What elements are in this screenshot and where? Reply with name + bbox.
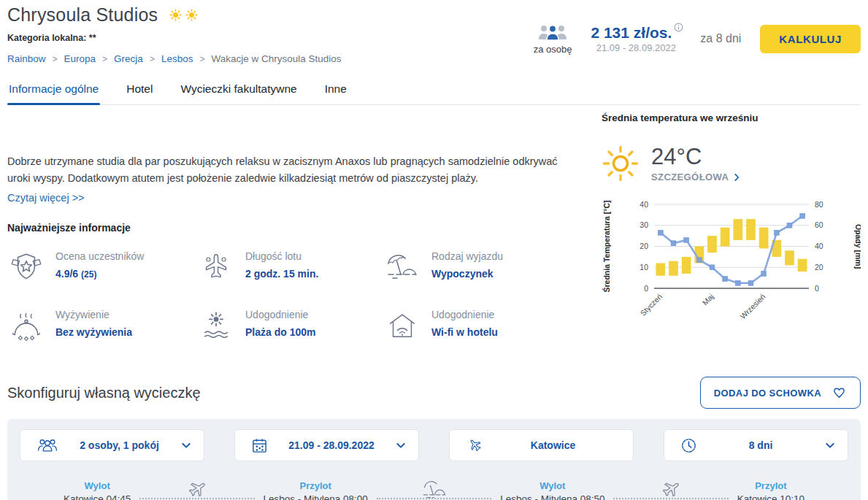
- highlight-value: 2 godz. 15 min.: [245, 268, 318, 280]
- itinerary-leg-return-arrival: Przylot Katowice 10:10: [737, 480, 804, 500]
- left-column: Dobrze utrzymane studia dla par poszukuj…: [7, 105, 591, 345]
- highlight-value: Plaża do 100m: [245, 326, 316, 338]
- highlight-label: Udogodnienie: [245, 309, 316, 320]
- highlight-value: Wi-fi w hotelu: [431, 326, 498, 338]
- tab-wycieczki-fakultatywne[interactable]: Wycieczki fakultatywne: [179, 76, 298, 104]
- date-selector[interactable]: 21.09 - 28.09.2022: [234, 429, 419, 461]
- svg-text:Maj: Maj: [700, 292, 715, 307]
- weather-heading: Średnia temperatura we wrześniu: [602, 112, 861, 123]
- svg-text:40: 40: [640, 200, 648, 209]
- flight-itinerary: Wylot Katowice 04:45 Przylot Lesbos - Mi…: [20, 480, 848, 500]
- highlight-value: Wypoczynek: [431, 268, 503, 280]
- tab-inne[interactable]: Inne: [323, 76, 348, 104]
- svg-text:Opady [mm]: Opady [mm]: [854, 224, 861, 269]
- people-icon: [537, 23, 568, 42]
- weather-column: Średnia temperatura we wrześniu 24°C SZC…: [602, 105, 861, 345]
- highlight-label: Udogodnienie: [431, 309, 498, 320]
- sun-icon: [602, 145, 640, 182]
- selector-row: 2 osoby, 1 pokój 21.09 - 28.09.2022: [20, 429, 848, 461]
- page: Chrysoula Studios Kategoria lokalna: ** …: [0, 0, 868, 500]
- flight-plane-icon: [656, 476, 686, 500]
- average-temperature: 24°C: [651, 144, 742, 170]
- highlight-label: Rodzaj wyjazdu: [431, 250, 503, 262]
- departure-airport-selector[interactable]: Katowice: [449, 429, 634, 461]
- clock-icon: [680, 437, 697, 454]
- itinerary-connector: [613, 480, 728, 500]
- price-cluster: za osobę 2 131 zł/os. 21.09 - 28.09.2022…: [534, 13, 861, 64]
- highlight-value: Bez wyżywienia: [55, 326, 132, 338]
- calendar-icon: [251, 437, 268, 454]
- breadcrumb-rainbow[interactable]: Rainbow: [7, 53, 46, 64]
- breadcrumb-separator: >: [102, 54, 107, 64]
- price-block: 2 131 zł/os. 21.09 - 28.09.2022: [591, 24, 681, 53]
- breadcrumb-grecja[interactable]: Grecja: [114, 53, 143, 64]
- temperature-chart: 010203040020406080StyczeńMajWrzesieńŚred…: [602, 194, 861, 330]
- tab-informacje-ogolne[interactable]: Informacje ogólne: [7, 76, 100, 104]
- house-wifi-icon: [383, 307, 421, 345]
- breadcrumb-lesbos[interactable]: Lesbos: [161, 53, 193, 64]
- trip-duration-label: za 8 dni: [700, 32, 741, 45]
- duration-selector[interactable]: 8 dni: [664, 429, 848, 461]
- main-content: Dobrze utrzymane studia dla par poszukuj…: [7, 105, 861, 345]
- occupancy-selector[interactable]: 2 osoby, 1 pokój: [20, 429, 204, 461]
- calculate-button[interactable]: KALKULUJ: [760, 25, 861, 53]
- price-value: 2 131 zł/os.: [591, 24, 681, 42]
- svg-text:Wrzesień: Wrzesień: [738, 292, 767, 320]
- svg-text:Styczeń: Styczeń: [638, 292, 664, 318]
- hotel-description: Dobrze utrzymane studia dla par poszukuj…: [7, 153, 562, 187]
- sun-waves-icon: [197, 307, 235, 345]
- header: Chrysoula Studios Kategoria lokalna: ** …: [7, 0, 861, 64]
- info-icon[interactable]: [674, 23, 683, 32]
- climate-chart: 010203040020406080StyczeńMajWrzesieńŚred…: [602, 194, 861, 333]
- beach-umbrella-icon: [383, 248, 421, 286]
- tab-hotel[interactable]: Hotel: [125, 76, 154, 104]
- heart-icon: [831, 385, 847, 400]
- breadcrumb-europa[interactable]: Europa: [64, 53, 96, 64]
- local-category: Kategoria lokalna: **: [7, 33, 342, 43]
- beach-stay-icon: [419, 476, 450, 500]
- add-to-clipboard-button[interactable]: DODAJ DO SCHOWKA: [700, 377, 861, 409]
- breadcrumb-separator: >: [199, 54, 204, 64]
- breadcrumb-separator: >: [150, 54, 155, 64]
- itinerary-connector: [377, 480, 491, 500]
- breadcrumb: Rainbow> Europa> Grecja> Lesbos> Wakacje…: [7, 53, 342, 64]
- highlight-board: Wyżywienie Bez wyżywienia: [7, 307, 197, 345]
- svg-text:20: 20: [640, 242, 648, 250]
- header-left: Chrysoula Studios Kategoria lokalna: ** …: [7, 4, 342, 64]
- highlight-trip-type: Rodzaj wyjazdu Wypoczynek: [383, 248, 591, 286]
- breadcrumb-current: Wakacje w Chrysoula Studios: [211, 53, 341, 64]
- read-more-link[interactable]: Czytaj więcej >>: [7, 192, 85, 204]
- weather-current: 24°C SZCZEGÓŁOWA: [602, 144, 861, 182]
- people-group-icon: [37, 437, 58, 453]
- chevron-down-icon: [395, 439, 407, 451]
- svg-text:80: 80: [815, 200, 823, 209]
- shield-star-icon: [7, 248, 45, 286]
- itinerary-leg-outbound-arrival: Przylot Lesbos - Mitylena 08:00: [264, 480, 368, 500]
- tab-bar: Informacje ogólne Hotel Wycieczki fakult…: [7, 76, 861, 105]
- per-person-label: za osobę: [534, 44, 572, 55]
- flight-plane-icon: [182, 476, 212, 500]
- price-dates: 21.09 - 28.09.2022: [591, 42, 681, 53]
- itinerary-leg-outbound-departure: Wylot Katowice 04:45: [64, 480, 131, 500]
- page-title: Chrysoula Studios: [7, 4, 158, 26]
- highlight-label: Wyżywienie: [55, 309, 132, 320]
- svg-text:Średnia Temperatura [°C]: Średnia Temperatura [°C]: [602, 201, 611, 293]
- configure-heading: Skonfiguruj własną wycieczkę: [7, 385, 201, 401]
- detailed-weather-link[interactable]: SZCZEGÓŁOWA: [651, 172, 742, 182]
- svg-text:40: 40: [815, 242, 823, 250]
- per-person-block: za osobę: [534, 23, 572, 55]
- highlight-value: 4.9/6 (25): [55, 268, 144, 280]
- plane-icon: [197, 248, 235, 286]
- breadcrumb-separator: >: [53, 54, 58, 64]
- highlight-rating: Ocena uczestników 4.9/6 (25): [7, 248, 197, 286]
- highlights-grid: Ocena uczestników 4.9/6 (25) Długość lot…: [7, 248, 591, 345]
- svg-text:30: 30: [640, 220, 648, 229]
- svg-text:10: 10: [640, 263, 648, 272]
- chevron-down-icon: [824, 439, 836, 451]
- highlight-label: Ocena uczestników: [55, 250, 144, 262]
- itinerary-leg-return-departure: Wylot Lesbos - Mitylena 08:50: [500, 480, 604, 500]
- highlight-beach: Udogodnienie Plaża do 100m: [197, 307, 383, 345]
- configure-section-header: Skonfiguruj własną wycieczkę DODAJ DO SC…: [7, 377, 861, 409]
- trip-configurator-panel: 2 osoby, 1 pokój 21.09 - 28.09.2022: [7, 419, 861, 500]
- highlight-wifi: Udogodnienie Wi-fi w hotelu: [383, 307, 591, 345]
